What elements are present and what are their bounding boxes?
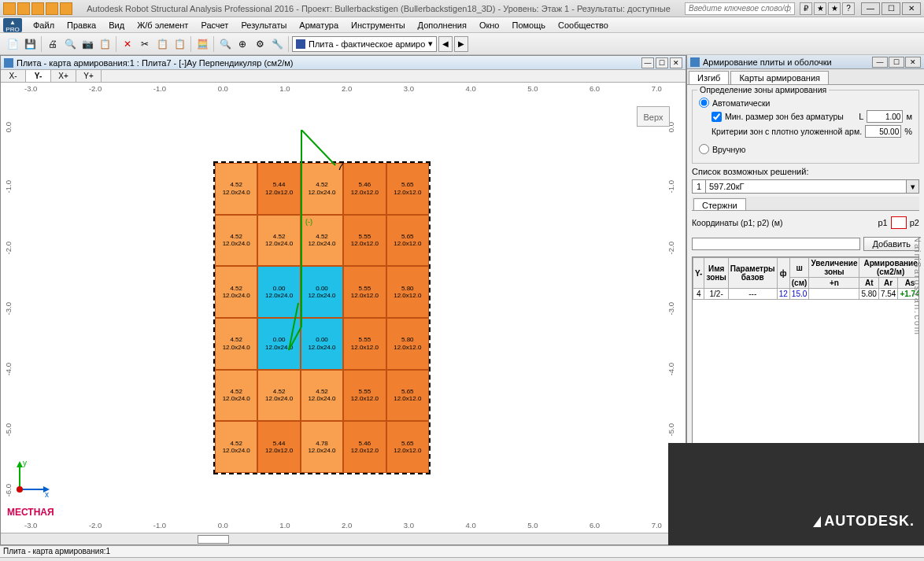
favorite-icon[interactable]: ★ <box>828 2 841 15</box>
slab-cell[interactable]: 5.8012.0x12.0 <box>386 318 429 370</box>
panel-minimize-button[interactable]: — <box>872 57 888 68</box>
zoom-all-icon[interactable]: ⊕ <box>235 36 250 52</box>
axis-yp[interactable]: Y+ <box>76 70 102 82</box>
vp-close-button[interactable]: ✕ <box>670 57 682 68</box>
slab-cell[interactable]: 0.0012.0x24.0 <box>257 266 300 318</box>
slab-cell[interactable]: 4.5212.0x24.0 <box>215 421 257 473</box>
slab-cell[interactable]: 4.5212.0x24.0 <box>215 266 257 318</box>
slab-cell[interactable]: 5.4612.0x12.0 <box>343 163 386 215</box>
rebar-table[interactable]: Y- Имя зоны Параметры базов ф ш Увеличен… <box>693 257 919 300</box>
chevron-down-icon[interactable]: ▾ <box>907 179 919 194</box>
slab-cell[interactable]: 5.6512.0x12.0 <box>386 215 429 267</box>
vp-maximize-button[interactable]: ☐ <box>656 57 668 68</box>
slab-cell[interactable]: 4.5212.0x24.0 <box>215 318 257 370</box>
tab-maps[interactable]: Карты армирования <box>730 71 829 84</box>
slab-cell[interactable]: 0.0012.0x24.0 <box>301 266 343 318</box>
menu-window[interactable]: Окно <box>473 19 506 31</box>
slab-cell[interactable]: 5.8012.0x12.0 <box>386 266 429 318</box>
delete-icon[interactable]: ✕ <box>120 36 135 52</box>
panel-close-button[interactable]: ✕ <box>905 57 921 68</box>
paste-icon[interactable]: 📋 <box>172 36 187 52</box>
slab-cell[interactable]: 5.6512.0x12.0 <box>386 421 429 473</box>
tab-rods[interactable]: Стержни <box>693 198 746 210</box>
search-input[interactable] <box>685 2 795 15</box>
slab-cell[interactable]: 0.0012.0x24.0 <box>301 318 343 370</box>
top-view-button[interactable]: Верх <box>637 106 670 127</box>
slab-cell[interactable]: 4.5212.0x24.0 <box>215 370 257 422</box>
app-icon-5[interactable] <box>60 2 72 15</box>
menu-help[interactable]: Помощь <box>505 19 552 31</box>
viewport-canvas[interactable]: -3.0-2.0-1.00.01.02.03.04.05.06.07.0 -3.… <box>1 83 686 544</box>
slab-cell[interactable]: 5.6512.0x12.0 <box>386 370 429 422</box>
add-button[interactable]: Добавить <box>863 237 919 251</box>
slab-cell[interactable]: 4.5212.0x24.0 <box>215 163 257 215</box>
menu-calc[interactable]: Расчет <box>194 19 235 31</box>
menu-results[interactable]: Результаты <box>235 19 293 31</box>
minimize-button[interactable]: — <box>861 2 880 15</box>
slab-cell[interactable]: 4.5212.0x24.0 <box>215 215 257 267</box>
slab-cell[interactable]: 5.5512.0x12.0 <box>343 266 386 318</box>
menu-addons[interactable]: Дополнения <box>412 19 473 31</box>
display-combo[interactable]: Плита - фактическое армиро ▾ <box>292 36 437 52</box>
slab-cell[interactable]: 5.4412.0x12.0 <box>257 421 300 473</box>
slab-cell[interactable]: 5.5512.0x12.0 <box>343 370 386 422</box>
signin-icon[interactable]: ₽ <box>800 2 812 15</box>
slab-cell[interactable]: 4.5212.0x24.0 <box>301 370 343 422</box>
menu-community[interactable]: Сообщество <box>552 19 615 31</box>
app-icon-4[interactable] <box>46 2 58 15</box>
new-icon[interactable]: 📄 <box>5 36 20 52</box>
l-input[interactable] <box>867 110 903 123</box>
zoom-icon[interactable]: 🔍 <box>217 36 233 52</box>
print-icon[interactable]: 🖨 <box>45 36 61 52</box>
radio-manual[interactable] <box>699 144 709 154</box>
menu-view[interactable]: Вид <box>102 19 131 31</box>
hscroll-thumb[interactable] <box>198 535 229 544</box>
coord-field[interactable] <box>692 238 860 250</box>
vp-minimize-button[interactable]: — <box>641 57 654 68</box>
slab-cell[interactable]: 4.5212.0x24.0 <box>257 370 300 422</box>
help-icon[interactable]: ? <box>842 2 855 15</box>
prev-button[interactable]: ◀ <box>438 36 453 52</box>
close-button[interactable]: ✕ <box>902 2 921 15</box>
slab-cell[interactable]: 5.5512.0x12.0 <box>343 318 386 370</box>
slab-cell[interactable]: 5.5512.0x12.0 <box>343 215 386 267</box>
slab-cell[interactable]: 4.5212.0x24.0 <box>257 215 300 267</box>
criteria-input[interactable] <box>865 125 901 138</box>
copy-icon[interactable]: 📋 <box>154 36 170 52</box>
menu-rc-element[interactable]: Ж/б элемент <box>131 19 194 31</box>
chk-minzone[interactable] <box>711 112 722 122</box>
menu-file[interactable]: Файл <box>27 19 61 31</box>
preview-icon[interactable]: 🔍 <box>62 36 78 52</box>
menu-tools[interactable]: Инструменты <box>345 19 412 31</box>
clipboard-icon[interactable]: 📋 <box>97 36 113 52</box>
wrench-icon[interactable]: 🔧 <box>269 36 285 52</box>
panel-maximize-button[interactable]: ☐ <box>889 57 904 68</box>
axis-ym[interactable]: Y- <box>26 70 51 82</box>
tab-bending[interactable]: Изгиб <box>689 71 729 84</box>
axis-xm[interactable]: X- <box>1 70 26 82</box>
solution-combo[interactable]: 1 597.20кГ ▾ <box>692 179 919 194</box>
options-icon[interactable]: ⚙ <box>252 36 268 52</box>
slab-cell[interactable]: 5.6512.0x12.0 <box>386 163 429 215</box>
table-row[interactable]: 4 1/2- --- 12 15.0 5.80 7.54 +1.74 <box>693 289 920 300</box>
slab-cell[interactable]: 5.4612.0x12.0 <box>343 421 386 473</box>
maximize-button[interactable]: ☐ <box>881 2 900 15</box>
slab-cell[interactable]: 0.0012.0x24.0 <box>257 318 300 370</box>
app-icon-3[interactable] <box>31 2 44 15</box>
slab-cell[interactable]: 4.7812.0x24.0 <box>301 421 343 473</box>
p1-input[interactable] <box>891 216 907 229</box>
radio-auto[interactable] <box>699 98 709 108</box>
menu-edit[interactable]: Правка <box>61 19 102 31</box>
save-icon[interactable]: 💾 <box>22 36 38 52</box>
calc-icon[interactable]: 🧮 <box>194 36 210 52</box>
cut-icon[interactable]: ✂ <box>137 36 153 52</box>
axis-xp[interactable]: X+ <box>51 70 76 82</box>
app-icon-2[interactable] <box>17 2 30 15</box>
app-icon-1[interactable] <box>3 2 16 15</box>
viewport-hscroll[interactable] <box>1 533 686 544</box>
exchange-icon[interactable]: ★ <box>814 2 826 15</box>
slab-cell[interactable]: 5.4412.0x12.0 <box>257 163 300 215</box>
capture-icon[interactable]: 📷 <box>79 36 95 52</box>
next-button[interactable]: ▶ <box>454 36 468 52</box>
menu-rebar[interactable]: Арматура <box>293 19 345 31</box>
